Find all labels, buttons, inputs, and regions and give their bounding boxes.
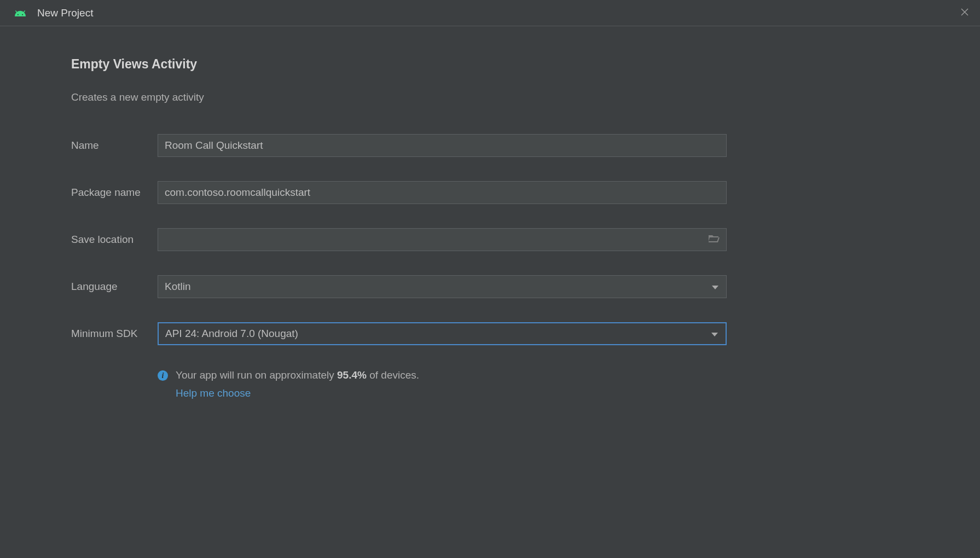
- name-input[interactable]: [165, 135, 720, 156]
- close-icon: [961, 8, 969, 18]
- sdk-info-text: Your app will run on approximately 95.4%…: [176, 369, 419, 381]
- min-sdk-value: API 24: Android 7.0 (Nougat): [165, 328, 298, 340]
- folder-icon: [709, 234, 720, 245]
- browse-folder-button[interactable]: [709, 234, 720, 246]
- package-label: Package name: [71, 187, 158, 199]
- form-row-language: Language Kotlin: [71, 275, 910, 298]
- page-title: Empty Views Activity: [71, 57, 910, 72]
- chevron-down-icon: [712, 281, 718, 293]
- language-value: Kotlin: [165, 281, 191, 293]
- chevron-down-icon: [711, 328, 718, 340]
- info-icon: i: [158, 370, 168, 381]
- window-title: New Project: [37, 7, 93, 19]
- name-label: Name: [71, 140, 158, 152]
- svg-point-1: [22, 14, 23, 15]
- save-location-input[interactable]: [165, 229, 720, 251]
- form-row-min-sdk: Minimum SDK API 24: Android 7.0 (Nougat): [71, 322, 910, 345]
- titlebar: New Project: [0, 0, 980, 26]
- form-row-package: Package name: [71, 181, 910, 204]
- info-percentage: 95.4%: [337, 369, 367, 381]
- language-label: Language: [71, 281, 158, 293]
- content-area: Empty Views Activity Creates a new empty…: [0, 26, 980, 399]
- package-field-wrapper: [158, 181, 727, 204]
- help-me-choose-link[interactable]: Help me choose: [176, 387, 419, 399]
- min-sdk-label: Minimum SDK: [71, 328, 158, 340]
- sdk-info-text-block: Your app will run on approximately 95.4%…: [176, 368, 419, 399]
- form-row-name: Name: [71, 134, 910, 157]
- page-subtitle: Creates a new empty activity: [71, 91, 910, 103]
- close-button[interactable]: [958, 7, 971, 20]
- sdk-info-section: i Your app will run on approximately 95.…: [158, 368, 910, 399]
- save-location-field-wrapper: [158, 228, 727, 251]
- svg-point-0: [18, 14, 19, 15]
- android-icon: [14, 9, 26, 17]
- language-select[interactable]: Kotlin: [158, 275, 727, 298]
- info-suffix: of devices.: [367, 369, 419, 381]
- package-input[interactable]: [165, 182, 720, 204]
- name-field-wrapper: [158, 134, 727, 157]
- form-row-save-location: Save location: [71, 228, 910, 251]
- info-prefix: Your app will run on approximately: [176, 369, 337, 381]
- min-sdk-select[interactable]: API 24: Android 7.0 (Nougat): [158, 322, 727, 345]
- save-location-label: Save location: [71, 234, 158, 246]
